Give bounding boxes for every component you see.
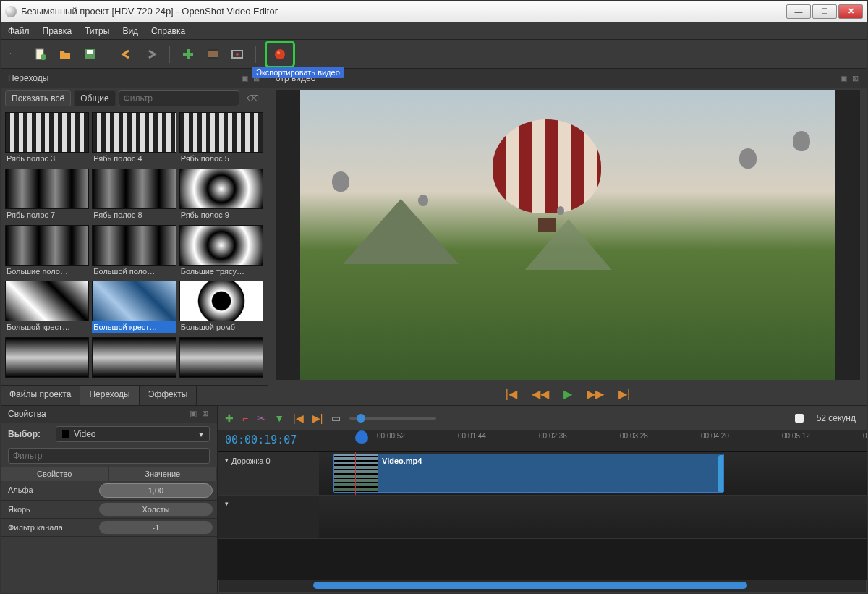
menu-file[interactable]: Файл <box>8 26 30 36</box>
window-title: Безымянный проект [HDV 720 24p] - OpenSh… <box>21 6 785 17</box>
transition-item[interactable] <box>92 337 176 382</box>
preview-panel-header: отр видео ▣ ⊠ <box>268 69 867 88</box>
transition-label: Рябь полос 3 <box>5 153 89 164</box>
ruler-tick: 00:04:20 <box>701 432 729 440</box>
menu-titles[interactable]: Титры <box>85 26 109 36</box>
property-row[interactable]: Фильтр канала-1 <box>1 519 217 537</box>
filter-common-tab[interactable]: Общие <box>74 90 115 106</box>
properties-filter-input[interactable] <box>8 448 210 464</box>
transition-thumb <box>5 225 89 266</box>
transition-item[interactable]: Рябь полос 9 <box>179 169 263 222</box>
video-clip[interactable]: Video.mp4 <box>333 454 724 493</box>
transition-item[interactable]: Рябь полос 8 <box>92 169 176 222</box>
minimize-button[interactable]: — <box>786 4 811 19</box>
import-button[interactable] <box>179 45 197 64</box>
save-project-button[interactable] <box>80 45 99 64</box>
snap-button[interactable]: ⌐ <box>242 412 248 424</box>
property-row[interactable]: Альфа1,00 <box>1 481 217 501</box>
undo-button[interactable] <box>117 45 136 64</box>
property-value[interactable]: Холсты <box>99 503 213 516</box>
zoom-slider[interactable] <box>349 417 436 420</box>
props-col-name[interactable]: Свойство <box>1 467 109 481</box>
transition-label: Большой крест… <box>5 321 89 333</box>
transition-item[interactable]: Рябь полос 5 <box>179 112 263 166</box>
next-marker-button[interactable]: ▶| <box>312 412 323 424</box>
property-row[interactable]: ЯкорьХолсты <box>1 501 217 519</box>
clear-filter-button[interactable]: ⌫ <box>242 93 263 103</box>
panel-controls-icon[interactable]: ▣ ⊠ <box>190 409 210 420</box>
menu-help[interactable]: Справка <box>151 26 185 36</box>
new-project-button[interactable] <box>31 45 50 64</box>
fullscreen-button[interactable] <box>228 45 247 64</box>
jump-start-button[interactable]: |◀ <box>506 387 517 401</box>
transition-item[interactable] <box>179 337 263 382</box>
play-button[interactable]: ▶ <box>563 387 572 401</box>
menu-view[interactable]: Вид <box>122 26 138 36</box>
transitions-filter-input[interactable] <box>119 90 239 106</box>
props-col-value[interactable]: Значение <box>109 467 218 481</box>
playhead[interactable] <box>355 430 368 444</box>
transition-item[interactable]: Большие трясу… <box>179 225 263 279</box>
razor-button[interactable]: ✂ <box>257 412 265 424</box>
track-label[interactable]: Дорожка 0 <box>218 452 319 495</box>
redo-button[interactable] <box>142 45 161 64</box>
transition-item[interactable]: Рябь полос 7 <box>5 169 89 222</box>
transition-item[interactable]: Рябь полос 3 <box>5 112 89 166</box>
close-button[interactable]: ✕ <box>838 4 863 19</box>
preview-panel: |◀ ◀◀ ▶ ▶▶ ▶| <box>268 88 867 405</box>
property-value[interactable]: 1,00 <box>99 483 213 498</box>
tab-project-files[interactable]: Файлы проекта <box>1 386 80 405</box>
transition-item[interactable]: Большой ромб <box>179 281 263 334</box>
export-video-button[interactable] <box>271 45 289 64</box>
ruler-tick: 00:02:36 <box>539 432 567 440</box>
svg-point-1 <box>41 54 46 60</box>
timeline-ruler[interactable]: 00:00:5200:01:4400:02:3600:03:2800:04:20… <box>319 430 867 451</box>
transition-label: Рябь полос 9 <box>179 209 263 221</box>
add-marker-button[interactable]: ▼ <box>274 412 284 424</box>
transition-item[interactable]: Рябь полос 4 <box>92 112 176 166</box>
property-name: Альфа <box>1 481 95 500</box>
property-name: Якорь <box>1 501 95 518</box>
tab-effects[interactable]: Эффекты <box>140 386 197 405</box>
open-project-button[interactable] <box>56 45 75 64</box>
filter-show-all-tab[interactable]: Показать всё <box>5 90 71 106</box>
transition-thumb <box>5 112 89 153</box>
selection-dropdown[interactable]: Video▾ <box>56 426 210 442</box>
zoom-reset-button[interactable]: ▭ <box>331 412 341 424</box>
playhead-line <box>355 452 356 495</box>
video-preview[interactable] <box>300 90 835 380</box>
transitions-panel-header: Переходы ▣ ⊠ <box>1 69 268 88</box>
rewind-button[interactable]: ◀◀ <box>532 387 549 401</box>
track-content[interactable]: Video.mp4 <box>319 452 867 495</box>
timecode-display: 00:00:19:07 <box>218 430 319 451</box>
export-tooltip: Экспортировать видео <box>252 67 344 78</box>
clip-end-handle[interactable] <box>718 454 724 493</box>
panel-controls-icon[interactable]: ▣ ⊠ <box>840 74 860 83</box>
transition-label: Большой поло… <box>92 266 176 277</box>
transition-item[interactable] <box>5 337 89 382</box>
timeline-scrollbar[interactable] <box>219 580 866 592</box>
app-icon <box>5 6 17 17</box>
prev-marker-button[interactable]: |◀ <box>293 412 304 424</box>
property-value[interactable]: -1 <box>99 521 213 534</box>
track-row: Дорожка 0 Video.mp4 <box>218 452 867 496</box>
menu-edit[interactable]: Правка <box>43 26 72 36</box>
jump-end-button[interactable]: ▶| <box>618 387 630 401</box>
tab-transitions[interactable]: Переходы <box>80 386 139 405</box>
maximize-button[interactable]: ☐ <box>812 4 837 19</box>
transition-item[interactable]: Большой поло… <box>92 225 176 279</box>
profile-button[interactable] <box>203 45 222 64</box>
transition-thumb <box>5 281 89 321</box>
selection-label: Выбор: <box>8 429 51 439</box>
add-track-button[interactable]: ✚ <box>225 412 234 424</box>
transition-item[interactable]: Большие поло… <box>5 225 89 279</box>
duration-icon <box>795 414 804 423</box>
transition-thumb <box>179 281 263 321</box>
toolbar-grip[interactable]: ⋮⋮ <box>7 49 25 59</box>
titlebar[interactable]: Безымянный проект [HDV 720 24p] - OpenSh… <box>1 1 867 22</box>
transition-item[interactable]: Большой крест… <box>92 281 176 334</box>
transition-thumb <box>92 112 176 153</box>
transition-thumb <box>92 169 176 209</box>
transition-item[interactable]: Большой крест… <box>5 281 89 334</box>
fast-forward-button[interactable]: ▶▶ <box>587 387 604 401</box>
